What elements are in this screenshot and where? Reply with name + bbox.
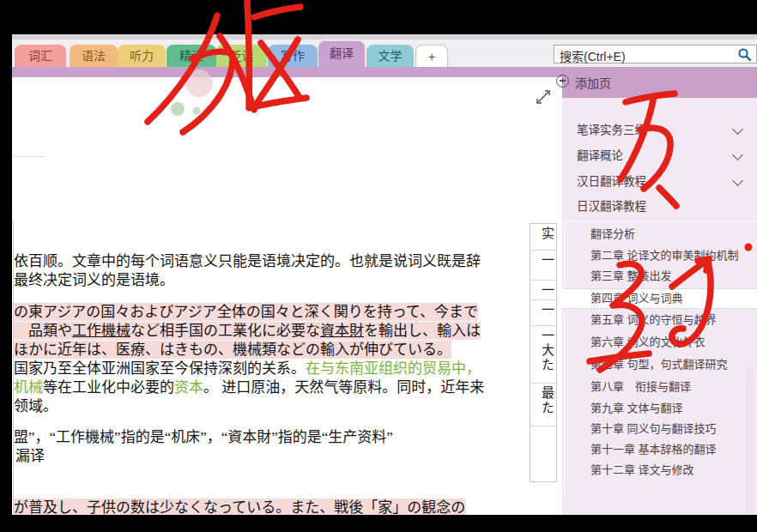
page-item-selected[interactable]: 第四章 词义与词典 — [590, 289, 683, 308]
page-item[interactable]: 翻译分析 — [590, 225, 635, 244]
clipped-text-container: 实 一 一 一 一大た 最た — [530, 223, 557, 482]
jp-highlight-line-clipped: が普及し、子供の数は少なくなっている。また、戦後「家」の観念の — [14, 499, 465, 517]
note-line: 漏译 — [15, 447, 45, 465]
body-text-line: 最终决定词义的是语境。 — [14, 271, 174, 289]
frame-top — [0, 0, 757, 34]
strip-cell: 一 — [530, 251, 556, 281]
group-border — [564, 221, 565, 287]
strip-cell: 一 — [530, 300, 556, 326]
strip-cell: 一 — [530, 281, 556, 300]
tab-jingdu[interactable]: 精读 — [167, 45, 216, 67]
strip-cell: 实 — [530, 224, 556, 251]
cn-text-line: 机械等在工业化中必要的资本。 进口原油，天然气等原料。同时，近年来 — [14, 378, 484, 396]
strip-cell: 最た — [530, 384, 556, 426]
page-item[interactable]: 第八章 衔接与翻译 — [590, 378, 691, 396]
tab-cihui[interactable]: 词汇 — [15, 45, 66, 67]
cn-text-line: 领域。 — [14, 397, 58, 415]
search-placeholder: 搜索(Ctrl+E) — [560, 47, 626, 64]
strip-cell — [530, 426, 556, 481]
strip-cell: 一大た — [530, 326, 556, 384]
group-border — [564, 311, 565, 494]
chevron-down-icon[interactable] — [732, 175, 743, 186]
page-item[interactable]: 第二章 论译文的审美制约机制 — [590, 246, 739, 265]
page-item[interactable]: 第三章 整装出发 — [590, 267, 672, 286]
tab-fandu[interactable]: 泛读 — [216, 45, 267, 67]
add-section-tab[interactable]: + — [415, 45, 448, 67]
page-item[interactable]: 第七章 句型，句式翻译研究 — [590, 355, 728, 374]
frame-left — [0, 0, 12, 532]
page-item[interactable]: 第十二章 译文与修改 — [590, 461, 694, 480]
frame-bottom — [0, 515, 757, 532]
tab-wenxue[interactable]: 文学 — [366, 45, 414, 67]
search-icon[interactable] — [736, 46, 754, 63]
notebook-item[interactable]: 日汉翻译教程 — [577, 197, 646, 216]
jp-highlight-line: 品類や工作機械など相手国の工業化に必要な資本財を輸出し、輸入は — [14, 322, 481, 340]
tab-yufa[interactable]: 语法 — [70, 45, 118, 67]
jp-highlight-line: ほかに近年は、医療、はきもの、機械類などの輸入が伸びている。 — [14, 341, 451, 359]
add-page-header[interactable]: 添加页 — [562, 67, 757, 98]
page-item[interactable]: 第九章 文体与翻译 — [590, 399, 683, 418]
jp-highlight-line: の東アジアの国々およびアジア全体の国々と深く関りを持って、今まで — [14, 303, 478, 321]
chevron-down-icon[interactable] — [732, 149, 743, 160]
body-text-line: 依百顺。文章中的每个词语意义只能是语境决定的。也就是说词义既是辞 — [14, 252, 481, 270]
page-sidebar: 添加页 笔译实务三级 翻译概论 汉日翻译教程 日汉翻译教程 翻译分析 第二章 论… — [562, 67, 757, 515]
page-item[interactable]: 第六章 词义的文化外衣 — [590, 333, 706, 352]
notebook-item[interactable]: 翻译概论 — [577, 147, 623, 166]
note-canvas[interactable]: 依百顺。文章中的每个词语意义只能是语境决定的。也就是说词义既是辞 最终决定词义的… — [12, 77, 562, 515]
plus-circle-icon — [556, 75, 569, 88]
add-page-button[interactable]: 添加页 — [575, 74, 611, 91]
sidebar-scrollbar[interactable] — [746, 369, 754, 532]
tab-tingli[interactable]: 听力 — [118, 45, 166, 67]
paragraph-divider — [12, 156, 45, 157]
group-separator — [562, 221, 757, 221]
notebook-item[interactable]: 汉日翻译教程 — [577, 172, 646, 191]
chevron-down-icon[interactable] — [732, 124, 743, 135]
tab-xiezuo[interactable]: 写作 — [268, 45, 318, 67]
page-item[interactable]: 第十一章 基本辞格的翻译 — [590, 440, 717, 459]
page-item[interactable]: 第十章 同义句与翻译技巧 — [590, 420, 717, 438]
tab-fanyi-selected[interactable]: 翻译 — [318, 40, 365, 77]
page-item[interactable]: 第五章 词义的守恒与越界 — [590, 311, 717, 329]
onenote-window: 词汇 语法 听力 精读 泛读 写作 翻译 文学 + 搜索(Ctrl+E) 依百顺… — [0, 0, 757, 532]
cn-text-line: 国家乃至全体亚洲国家至今保持深刻的关系。在与东南亚组织的贸易中， — [14, 360, 481, 378]
search-input[interactable]: 搜索(Ctrl+E) — [554, 45, 757, 63]
expand-page-icon[interactable] — [534, 88, 553, 106]
quote-line: 盟”，“工作機械”指的是“机床”，“資本財”指的是“生产资料” — [14, 428, 393, 446]
notebook-item[interactable]: 笔译实务三级 — [577, 121, 646, 140]
